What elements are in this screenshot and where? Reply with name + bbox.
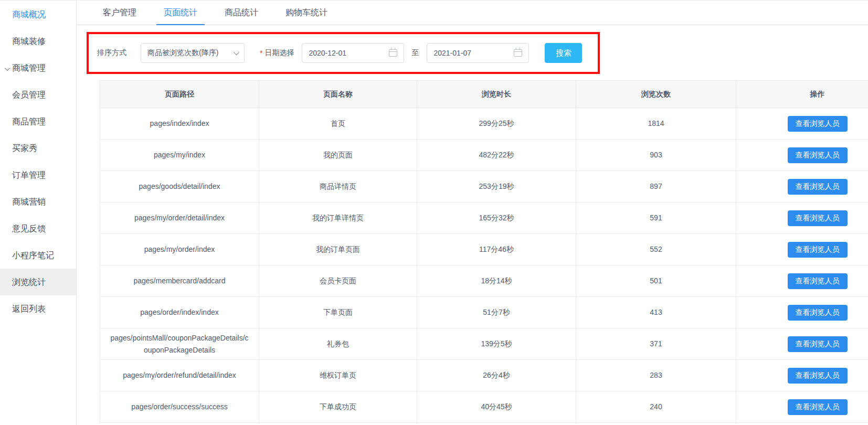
- cell-duration: 117分46秒: [417, 234, 576, 265]
- col-header-path: 页面路径: [100, 81, 259, 108]
- cell-actions: 查看浏览人员: [736, 140, 868, 171]
- sidebar-item-label: 商品管理: [12, 117, 46, 126]
- sidebar-item-label: 商城装修: [12, 37, 46, 46]
- sidebar-item-label: 买家秀: [12, 144, 37, 153]
- table-row: pages/membercard/addcard 会员卡页面 18分14秒 50…: [100, 265, 868, 297]
- date-to-input[interactable]: [433, 49, 502, 57]
- view-visitors-button[interactable]: 查看浏览人员: [788, 399, 848, 415]
- sidebar-item-label: 浏览统计: [12, 278, 46, 286]
- view-visitors-button[interactable]: 查看浏览人员: [788, 116, 848, 132]
- cell-actions: 查看浏览人员: [736, 360, 868, 391]
- sidebar-item[interactable]: 意见反馈: [0, 215, 76, 242]
- cell-views: 591: [576, 203, 736, 234]
- cell-page-path: pages/order/index/index: [100, 297, 259, 328]
- calendar-icon[interactable]: [389, 49, 397, 57]
- sidebar-item[interactable]: 商城管理: [0, 55, 76, 81]
- sidebar-item-label: 小程序笔记: [12, 251, 54, 260]
- cell-page-name: 礼券包: [259, 328, 417, 360]
- cell-actions: 查看浏览人员: [736, 328, 868, 360]
- cell-views: 501: [576, 265, 736, 297]
- cell-views: 283: [576, 360, 736, 391]
- search-button[interactable]: 搜索: [545, 43, 582, 63]
- sidebar-item[interactable]: 商城装修: [0, 28, 76, 55]
- cell-page-path: pages/my/order/index: [100, 234, 259, 265]
- cell-views: 413: [576, 297, 736, 328]
- cell-page-path: pages/membercard/addcard: [100, 265, 259, 297]
- sidebar-item[interactable]: 订单管理: [0, 162, 76, 188]
- cell-views: 1814: [576, 108, 736, 140]
- tab[interactable]: 客户管理: [96, 1, 144, 25]
- col-header-actions: 操作: [736, 81, 868, 108]
- sidebar-item-label: 商城营销: [12, 197, 46, 206]
- tab[interactable]: 页面统计: [156, 1, 205, 25]
- sidebar-item[interactable]: 浏览统计: [0, 269, 76, 295]
- tab-label: 客户管理: [103, 8, 136, 17]
- cell-page-name: 会员卡页面: [259, 265, 417, 297]
- cell-views: 552: [576, 234, 736, 265]
- table-row: pages/pointsMall/couponPackageDetails/co…: [100, 328, 868, 360]
- cell-page-path: pages/my/index: [100, 140, 259, 171]
- cell-page-path: pages/goods/detail/index: [100, 171, 259, 203]
- page-stats-table-wrapper: 页面路径 页面名称 浏览时长 浏览次数 操作 pages/index/index…: [100, 80, 868, 423]
- view-visitors-button[interactable]: 查看浏览人员: [788, 305, 848, 321]
- view-visitors-button[interactable]: 查看浏览人员: [788, 147, 848, 163]
- calendar-icon[interactable]: [514, 49, 522, 57]
- cell-views: 897: [576, 171, 736, 203]
- table-row: pages/index/index 首页 299分25秒 1814 查看浏览人员: [100, 108, 868, 140]
- cell-duration: 165分32秒: [417, 203, 576, 234]
- table-row: pages/order/index/index 下单页面 51分7秒 413 查…: [100, 297, 868, 328]
- cell-actions: 查看浏览人员: [736, 171, 868, 203]
- sidebar-item[interactable]: 商城营销: [0, 188, 76, 215]
- col-header-views: 浏览次数: [576, 81, 736, 108]
- main-content: 客户管理 页面统计 商品统计 购物车统计 排序方式 商品被浏览次数(降序): [77, 1, 868, 425]
- view-visitors-button[interactable]: 查看浏览人员: [788, 179, 848, 195]
- cell-page-path: pages/my/order/refund/detail/index: [100, 360, 259, 391]
- date-to-field[interactable]: [427, 43, 529, 63]
- view-visitors-button[interactable]: 查看浏览人员: [788, 368, 848, 384]
- sidebar-item-label: 商城概况: [12, 10, 46, 19]
- view-visitors-button[interactable]: 查看浏览人员: [788, 336, 848, 352]
- cell-page-name: 我的订单页面: [259, 234, 417, 265]
- view-visitors-button[interactable]: 查看浏览人员: [788, 242, 848, 258]
- sidebar-item-label: 返回列表: [12, 304, 46, 313]
- sidebar-item[interactable]: 商品管理: [0, 108, 76, 135]
- cell-duration: 40分45秒: [417, 391, 576, 423]
- sidebar-item[interactable]: 商城概况: [0, 1, 76, 28]
- sidebar-item[interactable]: 返回列表: [0, 295, 76, 322]
- sidebar-item[interactable]: 买家秀: [0, 135, 76, 162]
- filter-bar: 排序方式 商品被浏览次数(降序) * 日期选择 至 搜索: [87, 32, 600, 74]
- tab-label: 商品统计: [225, 8, 258, 17]
- cell-views: 371: [576, 328, 736, 360]
- cell-actions: 查看浏览人员: [736, 265, 868, 297]
- date-range-to-label: 至: [411, 48, 419, 58]
- view-visitors-button[interactable]: 查看浏览人员: [788, 210, 848, 226]
- tab-label: 购物车统计: [285, 8, 327, 17]
- tab[interactable]: 购物车统计: [278, 1, 335, 25]
- cell-actions: 查看浏览人员: [736, 108, 868, 140]
- admin-page: 商城概况 商城装修 商城管理 会员管理 商品管理: [0, 0, 868, 425]
- sidebar-item-label: 订单管理: [12, 171, 46, 179]
- cell-page-path: pages/order/success/success: [100, 391, 259, 423]
- tab-bar: 客户管理 页面统计 商品统计 购物车统计: [77, 1, 868, 25]
- cell-actions: 查看浏览人员: [736, 297, 868, 328]
- col-header-duration: 浏览时长: [417, 81, 576, 108]
- date-from-field[interactable]: [302, 43, 404, 63]
- sidebar-item[interactable]: 小程序笔记: [0, 242, 76, 269]
- table-row: pages/order/success/success 下单成功页 40分45秒…: [100, 391, 868, 423]
- cell-page-path: pages/pointsMall/couponPackageDetails/co…: [100, 328, 259, 360]
- view-visitors-button[interactable]: 查看浏览人员: [788, 273, 848, 289]
- sidebar-item[interactable]: 会员管理: [0, 81, 76, 108]
- cell-duration: 18分14秒: [417, 265, 576, 297]
- cell-duration: 253分19秒: [417, 171, 576, 203]
- table-header-row: 页面路径 页面名称 浏览时长 浏览次数 操作: [100, 81, 868, 108]
- cell-views: 240: [576, 391, 736, 423]
- col-header-name: 页面名称: [259, 81, 417, 108]
- cell-page-name: 下单成功页: [259, 391, 417, 423]
- sort-select[interactable]: 商品被浏览次数(降序): [141, 43, 245, 63]
- cell-actions: 查看浏览人员: [736, 234, 868, 265]
- cell-duration: 299分25秒: [417, 108, 576, 140]
- tab[interactable]: 商品统计: [217, 1, 266, 25]
- date-from-input[interactable]: [309, 49, 377, 57]
- chevron-down-icon: [5, 66, 10, 71]
- sidebar-item-label: 会员管理: [12, 90, 46, 99]
